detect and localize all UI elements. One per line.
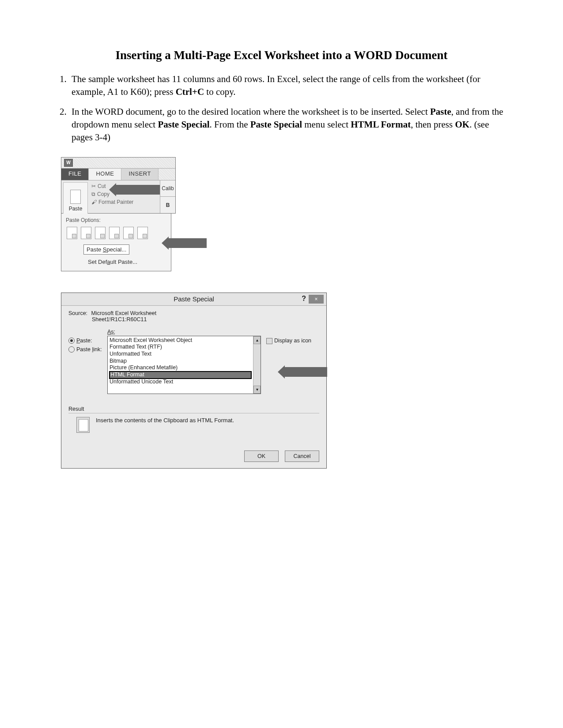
checkbox-icon — [266, 338, 272, 344]
scissors-icon: ✂ — [91, 183, 96, 189]
step-2-text: In the WORD document, go to the desired … — [72, 106, 430, 117]
step-1-shortcut: Ctrl+C — [176, 86, 204, 97]
display-as-icon-checkbox[interactable]: Display as icon — [266, 338, 311, 344]
paste-options-header: Paste Options: — [66, 217, 167, 223]
paste-option-icon[interactable] — [123, 227, 134, 239]
result-text: Inserts the contents of the Clipboard as… — [96, 417, 234, 424]
font-group: Calib B — [160, 180, 175, 213]
radio-icon — [68, 346, 75, 353]
cancel-button[interactable]: Cancel — [285, 450, 319, 462]
tab-file[interactable]: FILE — [61, 169, 89, 180]
list-item[interactable]: Bitmap — [110, 358, 251, 365]
tab-insert[interactable]: INSERT — [121, 169, 158, 180]
step-1: The sample worksheet has 11 columns and … — [69, 73, 506, 98]
close-button[interactable]: × — [309, 295, 324, 304]
word-app-icon: W — [64, 159, 73, 167]
paste-special-dialog: Paste Special ? × Source: Microsoft Exce… — [61, 293, 327, 469]
step-2-text4: menu select — [302, 119, 351, 130]
clipboard-icon — [70, 190, 81, 204]
result-label: Result — [68, 406, 84, 412]
ribbon-tabs: FILE HOME INSERT — [61, 168, 175, 180]
step-1-text-end: to copy. — [204, 86, 236, 97]
step-2-ok: OK — [455, 119, 469, 130]
scroll-up-icon[interactable]: ▴ — [253, 336, 261, 344]
step-1-text: The sample worksheet has 11 columns and … — [72, 74, 480, 97]
source-ref: Sheet1!R1C1:R60C11 — [68, 316, 319, 323]
source-info: Source: Microsoft Excel Worksheet Sheet1… — [68, 310, 319, 323]
divider — [68, 413, 319, 413]
step-2: In the WORD document, go to the desired … — [69, 105, 506, 144]
tab-home[interactable]: HOME — [89, 169, 121, 180]
paste-link-radio[interactable]: Paste link: — [68, 346, 107, 353]
radio-icon — [68, 338, 75, 344]
clipboard-result-icon — [76, 417, 90, 433]
paste-button-label: Paste — [69, 206, 83, 212]
paste-dropdown: Paste Options: Paste Special... Set Defa… — [61, 214, 171, 271]
bold-button[interactable]: B — [160, 196, 175, 213]
format-painter-label[interactable]: Format Painter — [98, 199, 133, 205]
scroll-down-icon[interactable]: ▾ — [253, 386, 261, 394]
display-as-icon-label: Display as icon — [274, 338, 311, 344]
dialog-title: Paste Special — [174, 295, 214, 303]
list-item[interactable]: Unformatted Unicode Text — [110, 379, 251, 386]
format-listbox[interactable]: Microsoft Excel Worksheet Object Formatt… — [107, 336, 261, 394]
annotation-arrow-icon — [116, 185, 165, 195]
source-label: Source: — [68, 310, 90, 316]
annotation-arrow-icon — [169, 238, 207, 248]
scrollbar[interactable]: ▴ ▾ — [253, 336, 261, 394]
list-item-selected[interactable]: HTML Format — [110, 372, 251, 379]
source-value: Microsoft Excel Worksheet — [91, 310, 156, 316]
list-item[interactable]: Microsoft Excel Worksheet Object — [110, 337, 251, 344]
copy-label[interactable]: Copy — [97, 191, 110, 197]
step-2-html: HTML Format — [351, 119, 411, 130]
paste-option-icon[interactable] — [67, 227, 77, 239]
paste-special-menu-item[interactable]: Paste Special... — [83, 244, 129, 255]
paste-radio[interactable]: Paste: — [68, 338, 107, 344]
list-item[interactable]: Unformatted Text — [110, 351, 251, 358]
paintbrush-icon: 🖌 — [91, 199, 97, 205]
paste-button[interactable]: Paste — [63, 182, 88, 214]
paste-option-icon[interactable] — [137, 227, 148, 239]
list-item[interactable]: Picture (Enhanced Metafile) — [110, 364, 251, 372]
page-title: Inserting a Multi-Page Excel Worksheet i… — [57, 49, 506, 62]
annotation-arrow-icon — [285, 367, 327, 377]
paste-option-icon[interactable] — [109, 227, 120, 239]
step-2-paste: Paste — [430, 106, 451, 117]
step-2-text3: . From the — [210, 119, 250, 130]
step-2-pastespecial2: Paste Special — [250, 119, 302, 130]
copy-icon: ⧉ — [91, 191, 95, 197]
paste-option-icon[interactable] — [95, 227, 106, 239]
step-list: The sample worksheet has 11 columns and … — [57, 73, 506, 144]
font-name-label[interactable]: Calib — [160, 180, 175, 197]
list-item[interactable]: Formatted Text (RTF) — [110, 344, 251, 351]
figure-ribbon: W FILE HOME INSERT Paste ✂ — [61, 157, 176, 271]
as-label: As: — [107, 329, 261, 335]
set-default-paste-menu-item[interactable]: Set Default Paste... — [85, 257, 167, 266]
dialog-titlebar: Paste Special ? × — [61, 293, 326, 306]
ok-button[interactable]: OK — [244, 450, 279, 462]
step-2-pastespecial: Paste Special — [158, 119, 209, 130]
cut-label[interactable]: Cut — [98, 183, 106, 189]
step-2-text5: , then press — [411, 119, 455, 130]
paste-option-icon[interactable] — [81, 227, 91, 239]
help-button[interactable]: ? — [302, 295, 306, 304]
